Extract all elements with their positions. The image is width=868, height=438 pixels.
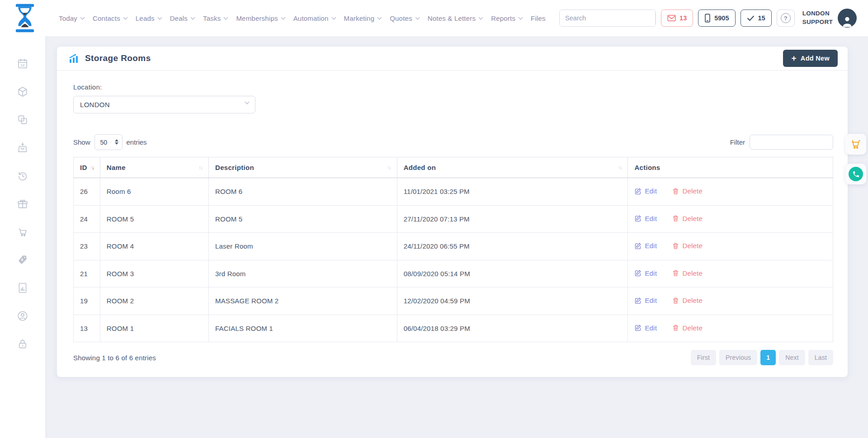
cell-actions: Edit Delete (628, 233, 833, 260)
delete-label: Delete (682, 324, 703, 332)
filter-label: Filter (730, 138, 745, 146)
gift-icon[interactable] (17, 198, 28, 210)
topbar: Today Contacts Leads Deals Tasks Members… (0, 0, 868, 36)
delete-button[interactable]: Delete (672, 297, 703, 304)
pagination-page-1-button[interactable]: 1 (760, 350, 776, 365)
person-icon (840, 14, 854, 28)
floating-cart-button[interactable] (845, 134, 866, 155)
card-header: Storage Rooms + Add New (57, 47, 848, 71)
column-header-name[interactable]: Name↑↓ (100, 157, 208, 178)
cell-description: ROOM 5 (209, 205, 397, 233)
nav-item-quotes[interactable]: Quotes (390, 14, 419, 22)
envelope-icon (667, 14, 676, 22)
user-name-line1: LONDON (802, 9, 833, 18)
edit-pencil-icon (634, 297, 642, 304)
pagination-next-button[interactable]: Next (779, 350, 805, 365)
edit-pencil-icon (634, 242, 642, 250)
page-length-select[interactable]: 50 (94, 134, 123, 150)
column-header-added-on[interactable]: Added on↑↓ (397, 157, 628, 178)
nav-item-notes-letters[interactable]: Notes & Letters (428, 14, 482, 22)
edit-button[interactable]: Edit (634, 324, 657, 332)
edit-button[interactable]: Edit (634, 297, 657, 304)
cell-added-on: 06/04/2018 03:29 PM (397, 315, 628, 342)
edit-pencil-icon (634, 215, 642, 222)
sort-icons: ↑↓ (618, 165, 621, 171)
nav-item-automation[interactable]: Automation (293, 14, 335, 22)
delete-button[interactable]: Delete (672, 242, 703, 250)
table-row: 21 ROOM 3 3rd Room 08/09/2020 05:14 PM E… (74, 260, 833, 287)
cell-actions: Edit Delete (628, 260, 833, 287)
nav-item-deals[interactable]: Deals (170, 14, 194, 22)
location-select[interactable]: LONDON (73, 96, 255, 113)
tasks-badge[interactable]: 15 (741, 9, 772, 27)
nav-item-leads[interactable]: Leads (136, 14, 161, 22)
floating-phone-button[interactable] (845, 164, 866, 184)
cell-id: 19 (74, 287, 100, 315)
history-icon[interactable] (17, 170, 28, 182)
search-input[interactable] (560, 10, 655, 26)
cell-id: 26 (74, 178, 100, 206)
user-avatar[interactable] (838, 9, 857, 28)
price-tag-icon[interactable]: $ (17, 254, 28, 266)
edit-button[interactable]: Edit (634, 269, 657, 277)
pagination-previous-button[interactable]: Previous (719, 350, 757, 365)
nav-item-reports[interactable]: Reports (491, 14, 522, 22)
nav-item-contacts[interactable]: Contacts (93, 14, 127, 22)
sort-icons: ↑↓ (198, 165, 202, 171)
cell-actions: Edit Delete (628, 287, 833, 315)
cell-added-on: 08/09/2020 05:14 PM (397, 260, 628, 287)
nav-item-marketing[interactable]: Marketing (344, 14, 382, 22)
question-mark-icon: ? (781, 13, 791, 23)
edit-label: Edit (645, 324, 657, 332)
table-footer: Showing 1 to 6 of 6 entries First Previo… (73, 350, 833, 365)
delete-label: Delete (682, 269, 703, 277)
cart-icon[interactable] (17, 226, 28, 238)
edit-label: Edit (645, 269, 657, 277)
sort-desc-icon: ↓ (92, 165, 94, 171)
nav-label: Automation (293, 14, 329, 22)
app-logo-hourglass-icon[interactable] (11, 3, 39, 33)
nav-item-files[interactable]: Files (531, 14, 546, 22)
delete-button[interactable]: Delete (672, 187, 703, 195)
phone-icon (852, 170, 860, 178)
delete-button[interactable]: Delete (672, 324, 703, 332)
pagination-last-button[interactable]: Last (808, 350, 833, 365)
entries-label: entries (127, 138, 147, 146)
trash-icon (672, 297, 679, 304)
location-select-wrap: LONDON (73, 96, 255, 113)
help-button[interactable]: ? (777, 9, 795, 27)
cell-name: ROOM 4 (100, 233, 208, 260)
delete-button[interactable]: Delete (672, 269, 703, 277)
copy-icon[interactable] (17, 114, 28, 126)
nav-item-memberships[interactable]: Memberships (236, 14, 284, 22)
calendar-icon[interactable]: 12 (17, 58, 28, 70)
edit-button[interactable]: Edit (634, 187, 657, 195)
nav-item-tasks[interactable]: Tasks (203, 14, 227, 22)
sort-desc-icon: ↓ (619, 165, 621, 171)
cell-id: 13 (74, 315, 100, 342)
edit-button[interactable]: Edit (634, 242, 657, 250)
location-label: Location: (73, 83, 833, 91)
phone-circle (849, 167, 863, 181)
delete-button[interactable]: Delete (672, 215, 703, 222)
column-label: Added on (404, 164, 436, 171)
column-header-id[interactable]: ID↑↓ (74, 157, 100, 178)
nav-item-today[interactable]: Today (59, 14, 84, 22)
user-circle-icon[interactable] (17, 310, 28, 322)
report-icon[interactable] (17, 282, 28, 294)
cell-added-on: 27/11/2020 07:13 PM (397, 205, 628, 233)
messages-badge[interactable]: 13 (661, 9, 693, 27)
add-new-button[interactable]: + Add New (783, 50, 838, 67)
cube-icon[interactable] (17, 86, 28, 98)
search-icon[interactable] (655, 10, 656, 26)
pagination-first-button[interactable]: First (691, 350, 716, 365)
phone-badge[interactable]: 5905 (698, 9, 735, 27)
sort-desc-icon: ↓ (200, 165, 202, 171)
filter-group: Filter (730, 135, 833, 150)
filter-input[interactable] (750, 135, 833, 150)
lock-icon[interactable] (17, 338, 28, 350)
bag-download-icon[interactable] (17, 142, 28, 154)
cell-added-on: 12/02/2020 04:59 PM (397, 287, 628, 315)
edit-button[interactable]: Edit (634, 215, 657, 222)
column-header-description[interactable]: Description↑↓ (209, 157, 397, 178)
